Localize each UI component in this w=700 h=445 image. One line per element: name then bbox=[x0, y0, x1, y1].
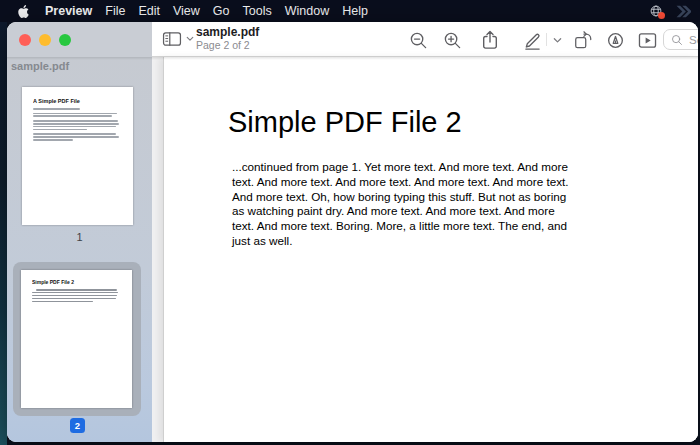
thumbnail-2-title: Simple PDF File 2 bbox=[32, 279, 124, 285]
page-number-1: 1 bbox=[7, 231, 152, 243]
minimize-window-button[interactable] bbox=[39, 34, 51, 46]
document-view: Simple PDF File 2 ...continued from page… bbox=[152, 57, 698, 442]
rotate-button[interactable] bbox=[570, 29, 596, 51]
markup-options-chevron-icon bbox=[553, 37, 562, 44]
menu-item-tools[interactable]: Tools bbox=[243, 4, 272, 18]
zoom-window-button[interactable] bbox=[59, 34, 71, 46]
menu-item-help[interactable]: Help bbox=[342, 4, 368, 18]
pdf-page[interactable]: Simple PDF File 2 ...continued from page… bbox=[163, 57, 698, 442]
zoom-out-button[interactable] bbox=[405, 29, 431, 51]
search-icon bbox=[671, 34, 683, 46]
thumbnail-1-title: A Simple PDF File bbox=[33, 98, 125, 104]
page-thumbnail-2[interactable]: Simple PDF File 2 bbox=[21, 270, 132, 408]
rotate-icon bbox=[573, 30, 593, 50]
close-window-button[interactable] bbox=[19, 34, 31, 46]
thumbnail-2-selection: Simple PDF File 2 bbox=[13, 262, 141, 416]
slideshow-button[interactable] bbox=[634, 29, 660, 51]
toolbar: sample.pdf Page 2 of 2 bbox=[152, 22, 698, 57]
markup-pencil-icon bbox=[523, 31, 542, 50]
zoom-out-icon bbox=[409, 31, 428, 50]
zoom-in-button[interactable] bbox=[439, 29, 465, 51]
share-icon bbox=[481, 30, 499, 50]
menu-bar: Preview File Edit View Go Tools Window H… bbox=[0, 0, 700, 22]
sidebar-toggle-icon bbox=[162, 31, 182, 47]
page-number-2-badge: 2 bbox=[70, 418, 85, 433]
preview-window: sample.pdf Page 2 of 2 bbox=[7, 22, 698, 442]
thumbnail-1-textblock bbox=[33, 108, 123, 110]
sidebar-header bbox=[7, 22, 152, 57]
menu-item-preview[interactable]: Preview bbox=[45, 4, 92, 18]
zoom-in-icon bbox=[443, 31, 462, 50]
page-indicator: Page 2 of 2 bbox=[196, 39, 259, 52]
window-content: sample.pdf A Simple PDF File bbox=[7, 57, 698, 442]
sidebar-document-label: sample.pdf bbox=[11, 60, 69, 72]
double-chevron-icon[interactable] bbox=[675, 5, 691, 18]
screen: Preview File Edit View Go Tools Window H… bbox=[0, 0, 700, 445]
menu-item-edit[interactable]: Edit bbox=[138, 4, 160, 18]
search-field[interactable] bbox=[663, 29, 698, 50]
thumbnail-sidebar: sample.pdf A Simple PDF File bbox=[7, 57, 152, 442]
pdf-heading: Simple PDF File 2 bbox=[228, 106, 462, 139]
window-title-block: sample.pdf Page 2 of 2 bbox=[196, 26, 259, 52]
markup-button[interactable] bbox=[519, 29, 545, 51]
menu-item-go[interactable]: Go bbox=[213, 4, 230, 18]
annotate-pen-circle-icon bbox=[606, 31, 625, 50]
markup-options-button[interactable] bbox=[548, 29, 566, 51]
thumbnail-2-textblock bbox=[32, 289, 122, 302]
chevron-down-icon bbox=[186, 36, 194, 42]
sidebar-toggle-button[interactable] bbox=[162, 31, 194, 47]
menu-item-view[interactable]: View bbox=[173, 4, 200, 18]
desktop-wallpaper-left bbox=[0, 22, 7, 445]
search-input[interactable] bbox=[687, 33, 698, 47]
window-title: sample.pdf bbox=[196, 26, 259, 39]
page-thumbnail-1[interactable]: A Simple PDF File bbox=[22, 87, 133, 225]
menu-item-window[interactable]: Window bbox=[285, 4, 329, 18]
toolbar-divider bbox=[546, 33, 547, 46]
screen-recording-icon[interactable] bbox=[649, 4, 663, 18]
share-button[interactable] bbox=[477, 29, 503, 51]
slideshow-icon bbox=[638, 32, 657, 49]
window-chrome: sample.pdf Page 2 of 2 bbox=[7, 22, 698, 57]
apple-logo-icon bbox=[17, 4, 30, 19]
pdf-body-text: ...continued from page 1. Yet more text.… bbox=[232, 160, 573, 249]
annotate-button[interactable] bbox=[602, 29, 628, 51]
apple-menu[interactable] bbox=[17, 4, 30, 19]
menu-item-file[interactable]: File bbox=[105, 4, 125, 18]
recording-dot bbox=[658, 12, 665, 19]
